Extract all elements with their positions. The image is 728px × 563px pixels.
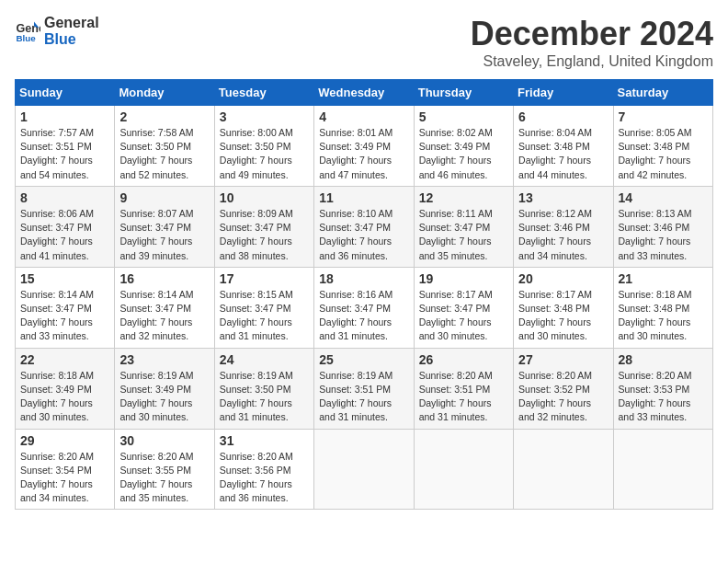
day-number: 10	[220, 190, 309, 205]
logo-icon: General Blue	[15, 18, 40, 44]
day-info: Sunrise: 8:17 AMSunset: 3:48 PMDaylight:…	[518, 288, 608, 344]
day-number: 25	[319, 352, 408, 367]
calendar-cell	[613, 429, 712, 510]
day-number: 13	[518, 190, 608, 205]
header-cell-thursday: Thursday	[414, 80, 513, 106]
day-number: 30	[119, 433, 209, 448]
day-number: 6	[518, 109, 608, 124]
day-info: Sunrise: 8:20 AMSunset: 3:53 PMDaylight:…	[619, 369, 708, 425]
day-info: Sunrise: 8:15 AMSunset: 3:47 PMDaylight:…	[220, 288, 309, 344]
header-cell-tuesday: Tuesday	[214, 80, 313, 106]
logo-text-line1: General	[44, 15, 99, 31]
day-info: Sunrise: 8:12 AMSunset: 3:46 PMDaylight:…	[518, 207, 608, 263]
logo: General Blue General Blue	[15, 15, 99, 47]
calendar-cell: 27Sunrise: 8:20 AMSunset: 3:52 PMDayligh…	[514, 348, 613, 429]
calendar-cell: 4Sunrise: 8:01 AMSunset: 3:49 PMDaylight…	[314, 106, 414, 187]
day-info: Sunrise: 8:17 AMSunset: 3:47 PMDaylight:…	[419, 288, 508, 344]
header-cell-saturday: Saturday	[613, 80, 712, 106]
week-row-3: 15Sunrise: 8:14 AMSunset: 3:47 PMDayligh…	[16, 267, 713, 348]
day-number: 27	[518, 352, 608, 367]
calendar-cell	[314, 429, 414, 510]
calendar-cell	[414, 429, 513, 510]
day-number: 8	[20, 190, 109, 205]
calendar-body: 1Sunrise: 7:57 AMSunset: 3:51 PMDaylight…	[16, 106, 713, 510]
week-row-2: 8Sunrise: 8:06 AMSunset: 3:47 PMDaylight…	[16, 186, 713, 267]
calendar-cell: 11Sunrise: 8:10 AMSunset: 3:47 PMDayligh…	[314, 186, 414, 267]
calendar-cell: 30Sunrise: 8:20 AMSunset: 3:55 PMDayligh…	[115, 429, 214, 510]
week-row-1: 1Sunrise: 7:57 AMSunset: 3:51 PMDaylight…	[16, 106, 713, 187]
calendar-cell: 6Sunrise: 8:04 AMSunset: 3:48 PMDaylight…	[514, 106, 613, 187]
day-number: 23	[119, 352, 209, 367]
day-info: Sunrise: 8:14 AMSunset: 3:47 PMDaylight:…	[20, 288, 109, 344]
day-info: Sunrise: 8:20 AMSunset: 3:51 PMDaylight:…	[419, 369, 508, 425]
day-info: Sunrise: 8:19 AMSunset: 3:49 PMDaylight:…	[119, 369, 209, 425]
day-info: Sunrise: 8:20 AMSunset: 3:56 PMDaylight:…	[220, 450, 309, 506]
day-number: 1	[20, 109, 109, 124]
day-info: Sunrise: 8:11 AMSunset: 3:47 PMDaylight:…	[419, 207, 508, 263]
day-number: 29	[20, 433, 109, 448]
calendar-cell: 15Sunrise: 8:14 AMSunset: 3:47 PMDayligh…	[16, 267, 115, 348]
day-number: 18	[319, 271, 408, 286]
page-header: General Blue General Blue December 2024 …	[15, 15, 713, 70]
calendar-cell: 21Sunrise: 8:18 AMSunset: 3:48 PMDayligh…	[613, 267, 712, 348]
svg-text:Blue: Blue	[16, 33, 36, 43]
calendar-cell: 22Sunrise: 8:18 AMSunset: 3:49 PMDayligh…	[16, 348, 115, 429]
day-info: Sunrise: 8:07 AMSunset: 3:47 PMDaylight:…	[119, 207, 209, 263]
day-info: Sunrise: 8:18 AMSunset: 3:49 PMDaylight:…	[20, 369, 109, 425]
day-number: 31	[220, 433, 309, 448]
day-number: 26	[419, 352, 508, 367]
day-number: 15	[20, 271, 109, 286]
day-info: Sunrise: 7:57 AMSunset: 3:51 PMDaylight:…	[20, 126, 109, 182]
calendar-cell: 16Sunrise: 8:14 AMSunset: 3:47 PMDayligh…	[115, 267, 214, 348]
calendar-cell: 20Sunrise: 8:17 AMSunset: 3:48 PMDayligh…	[514, 267, 613, 348]
logo-text-line2: Blue	[44, 31, 99, 48]
day-number: 5	[419, 109, 508, 124]
day-info: Sunrise: 8:06 AMSunset: 3:47 PMDaylight:…	[20, 207, 109, 263]
calendar-cell: 5Sunrise: 8:02 AMSunset: 3:49 PMDaylight…	[414, 106, 513, 187]
day-info: Sunrise: 8:19 AMSunset: 3:51 PMDaylight:…	[319, 369, 408, 425]
calendar-cell: 14Sunrise: 8:13 AMSunset: 3:46 PMDayligh…	[613, 186, 712, 267]
calendar-cell: 9Sunrise: 8:07 AMSunset: 3:47 PMDaylight…	[115, 186, 214, 267]
day-number: 22	[20, 352, 109, 367]
header-cell-friday: Friday	[514, 80, 613, 106]
header-cell-monday: Monday	[115, 80, 214, 106]
week-row-4: 22Sunrise: 8:18 AMSunset: 3:49 PMDayligh…	[16, 348, 713, 429]
calendar-cell: 28Sunrise: 8:20 AMSunset: 3:53 PMDayligh…	[613, 348, 712, 429]
day-info: Sunrise: 8:20 AMSunset: 3:55 PMDaylight:…	[119, 450, 209, 506]
day-info: Sunrise: 8:04 AMSunset: 3:48 PMDaylight:…	[518, 126, 608, 182]
day-info: Sunrise: 8:19 AMSunset: 3:50 PMDaylight:…	[220, 369, 309, 425]
day-info: Sunrise: 8:10 AMSunset: 3:47 PMDaylight:…	[319, 207, 408, 263]
day-number: 24	[220, 352, 309, 367]
calendar-cell: 10Sunrise: 8:09 AMSunset: 3:47 PMDayligh…	[214, 186, 313, 267]
title-area: December 2024 Staveley, England, United …	[471, 15, 713, 70]
day-info: Sunrise: 8:16 AMSunset: 3:47 PMDaylight:…	[319, 288, 408, 344]
day-info: Sunrise: 8:09 AMSunset: 3:47 PMDaylight:…	[220, 207, 309, 263]
day-number: 7	[619, 109, 708, 124]
day-info: Sunrise: 8:05 AMSunset: 3:48 PMDaylight:…	[619, 126, 708, 182]
day-number: 17	[220, 271, 309, 286]
day-number: 19	[419, 271, 508, 286]
calendar-cell: 1Sunrise: 7:57 AMSunset: 3:51 PMDaylight…	[16, 106, 115, 187]
calendar-cell: 23Sunrise: 8:19 AMSunset: 3:49 PMDayligh…	[115, 348, 214, 429]
day-info: Sunrise: 8:20 AMSunset: 3:52 PMDaylight:…	[518, 369, 608, 425]
calendar-cell: 12Sunrise: 8:11 AMSunset: 3:47 PMDayligh…	[414, 186, 513, 267]
day-number: 28	[619, 352, 708, 367]
location-title: Staveley, England, United Kingdom	[471, 53, 713, 70]
day-number: 11	[319, 190, 408, 205]
calendar-cell: 2Sunrise: 7:58 AMSunset: 3:50 PMDaylight…	[115, 106, 214, 187]
calendar-cell: 3Sunrise: 8:00 AMSunset: 3:50 PMDaylight…	[214, 106, 313, 187]
day-info: Sunrise: 8:20 AMSunset: 3:54 PMDaylight:…	[20, 450, 109, 506]
calendar-cell: 19Sunrise: 8:17 AMSunset: 3:47 PMDayligh…	[414, 267, 513, 348]
day-number: 2	[119, 109, 209, 124]
day-number: 3	[220, 109, 309, 124]
day-info: Sunrise: 8:02 AMSunset: 3:49 PMDaylight:…	[419, 126, 508, 182]
month-title: December 2024	[471, 15, 713, 53]
day-number: 20	[518, 271, 608, 286]
day-number: 9	[119, 190, 209, 205]
day-number: 21	[619, 271, 708, 286]
header-cell-wednesday: Wednesday	[314, 80, 414, 106]
calendar-table: SundayMondayTuesdayWednesdayThursdayFrid…	[15, 79, 713, 510]
day-info: Sunrise: 8:18 AMSunset: 3:48 PMDaylight:…	[619, 288, 708, 344]
header-row: SundayMondayTuesdayWednesdayThursdayFrid…	[16, 80, 713, 106]
calendar-cell: 8Sunrise: 8:06 AMSunset: 3:47 PMDaylight…	[16, 186, 115, 267]
